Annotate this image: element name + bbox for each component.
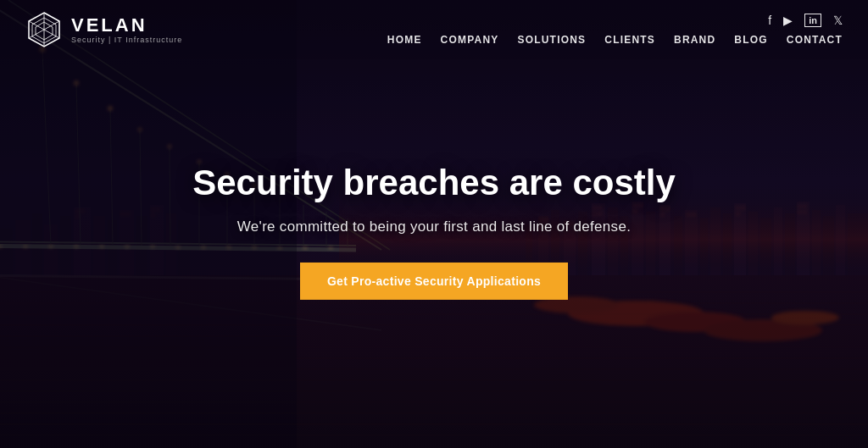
hero-content: Security breaches are costly We're commi… [137,162,731,299]
nav-clients[interactable]: CLIENTS [604,34,655,46]
nav-links: HOME COMPANY SOLUTIONS CLIENTS BRAND BLO… [387,34,843,46]
hero-title: Security breaches are costly [137,162,731,202]
hero-section: VELAN Security | IT Infrastructure f ▶ i… [0,0,868,448]
nav-solutions[interactable]: SOLUTIONS [517,34,586,46]
nav-home[interactable]: HOME [387,34,422,46]
linkedin-icon[interactable]: in [804,14,821,27]
cta-button[interactable]: Get Pro-active Security Applications [300,263,568,300]
nav-company[interactable]: COMPANY [441,34,499,46]
logo[interactable]: VELAN Security | IT Infrastructure [25,11,182,48]
nav-contact[interactable]: CONTACT [787,34,843,46]
navbar: VELAN Security | IT Infrastructure f ▶ i… [0,0,868,59]
youtube-icon[interactable]: ▶ [783,14,793,27]
nav-brand[interactable]: BRAND [674,34,715,46]
nav-right: f ▶ in 𝕏 HOME COMPANY SOLUTIONS CLIENTS … [387,14,843,46]
logo-text: VELAN Security | IT Infrastructure [71,15,182,44]
social-icons: f ▶ in 𝕏 [768,14,843,27]
svg-line-142 [44,30,59,38]
logo-tagline: Security | IT Infrastructure [71,36,182,44]
logo-name: VELAN [71,15,182,36]
facebook-icon[interactable]: f [768,14,771,27]
svg-line-141 [29,30,44,38]
hero-subtitle: We're committed to being your first and … [137,218,731,235]
logo-icon [25,11,63,48]
nav-blog[interactable]: BLOG [734,34,767,46]
twitter-icon[interactable]: 𝕏 [833,14,843,27]
